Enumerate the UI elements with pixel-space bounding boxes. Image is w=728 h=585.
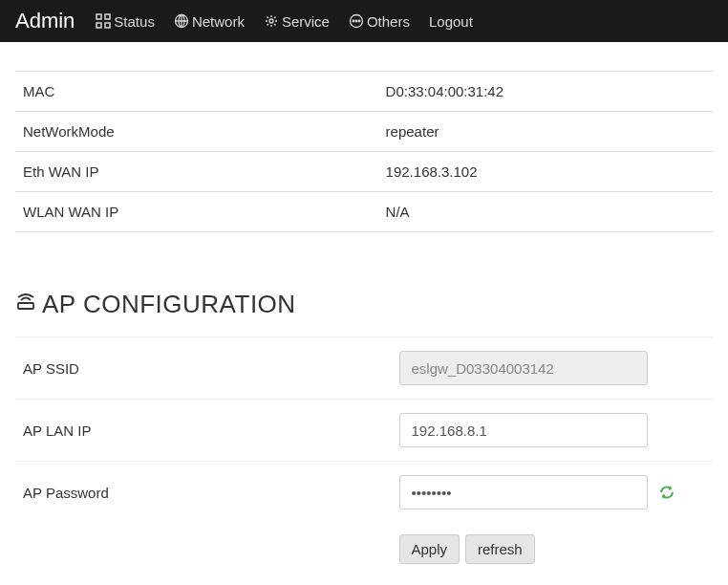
nav-label: Others <box>367 13 410 30</box>
form-label: AP LAN IP <box>15 422 399 439</box>
info-row-wlan-wan-ip: WLAN WAN IP N/A <box>15 191 713 232</box>
form-label: AP SSID <box>15 360 399 377</box>
navbar: Admin Status Network Service <box>0 0 728 42</box>
gear-icon <box>264 13 279 29</box>
info-label: Eth WAN IP <box>15 152 378 191</box>
regenerate-password-icon[interactable] <box>659 485 674 500</box>
section-title-ap-config: AP CONFIGURATION <box>15 290 713 319</box>
info-value: repeater <box>378 112 713 151</box>
nav-status[interactable]: Status <box>86 0 164 42</box>
svg-rect-11 <box>18 303 33 309</box>
info-label: NetWorkMode <box>15 112 378 151</box>
form-row-lanip: AP LAN IP <box>15 399 713 461</box>
info-row-mac: MAC D0:33:04:00:31:42 <box>15 71 713 111</box>
main-content: MAC D0:33:04:00:31:42 NetWorkMode repeat… <box>15 42 713 575</box>
router-icon <box>15 290 42 319</box>
globe-icon <box>174 13 189 29</box>
info-value: D0:33:04:00:31:42 <box>378 72 713 111</box>
refresh-button[interactable]: refresh <box>465 534 535 564</box>
apply-button[interactable]: Apply <box>399 534 460 564</box>
form-row-ssid: AP SSID <box>15 336 713 399</box>
nav-logout[interactable]: Logout <box>419 0 482 42</box>
brand[interactable]: Admin <box>11 9 86 33</box>
info-label: WLAN WAN IP <box>15 192 378 231</box>
nav-others[interactable]: Others <box>339 0 419 42</box>
nav-label: Network <box>192 13 245 30</box>
form-control-wrap <box>399 413 714 447</box>
svg-rect-3 <box>105 23 110 28</box>
svg-rect-0 <box>96 14 101 19</box>
nav-label: Status <box>114 13 155 30</box>
nav-service[interactable]: Service <box>254 0 339 42</box>
form-control-wrap <box>399 475 714 509</box>
info-value: N/A <box>378 192 713 231</box>
form-control-wrap <box>399 351 714 385</box>
info-table: MAC D0:33:04:00:31:42 NetWorkMode repeat… <box>15 71 713 232</box>
form-row-password: AP Password <box>15 461 713 523</box>
svg-point-6 <box>269 19 273 23</box>
nav-label: Service <box>282 13 330 30</box>
nav-network[interactable]: Network <box>164 0 254 42</box>
svg-point-8 <box>353 20 354 22</box>
section-title-text: AP CONFIGURATION <box>42 290 296 319</box>
info-value: 192.168.3.102 <box>378 152 713 191</box>
info-row-eth-wan-ip: Eth WAN IP 192.168.3.102 <box>15 151 713 191</box>
svg-rect-1 <box>105 14 110 19</box>
form-label: AP Password <box>15 485 399 501</box>
svg-point-9 <box>355 20 357 22</box>
dashboard-icon <box>96 13 111 29</box>
ap-lanip-input[interactable] <box>399 413 648 447</box>
ap-ssid-input <box>399 351 648 385</box>
svg-rect-2 <box>96 23 101 28</box>
button-row: Apply refresh <box>15 523 713 575</box>
svg-point-10 <box>358 20 360 22</box>
info-row-networkmode: NetWorkMode repeater <box>15 111 713 151</box>
info-label: MAC <box>15 72 378 111</box>
nav-label: Logout <box>429 13 473 30</box>
ap-password-input[interactable] <box>399 475 648 509</box>
ellipsis-icon <box>349 13 364 29</box>
